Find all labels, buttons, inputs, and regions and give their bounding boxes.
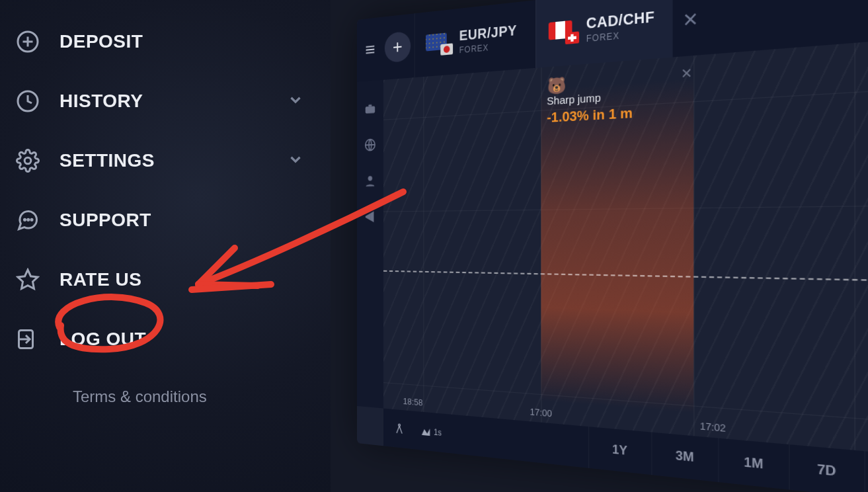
range-7d[interactable]: 7D xyxy=(789,444,864,492)
menu-item-log-out[interactable]: LOG OUT xyxy=(12,309,331,369)
instrument-tab-eurjpy[interactable]: EUR/JPY FOREX xyxy=(414,0,536,77)
x-axis-label: 17:00 xyxy=(530,406,553,419)
range-1m[interactable]: 1M xyxy=(718,438,789,490)
svg-point-7 xyxy=(31,219,32,220)
clock-icon xyxy=(15,88,41,114)
hamburger-button[interactable] xyxy=(357,17,383,82)
svg-point-5 xyxy=(24,219,25,220)
trading-stage: + EUR/JPY FOREX CAD/CHF FOREX xyxy=(357,20,868,492)
menu-item-deposit[interactable]: DEPOSIT xyxy=(12,12,331,71)
svg-marker-8 xyxy=(18,270,38,289)
svg-point-19 xyxy=(368,176,372,181)
menu-label: SETTINGS xyxy=(59,150,155,171)
menu-item-history[interactable]: HISTORY xyxy=(12,71,331,131)
briefcase-icon[interactable] xyxy=(363,101,377,118)
range-1d[interactable]: 1D xyxy=(865,451,868,492)
menu-item-rate-us[interactable]: RATE US xyxy=(12,250,331,309)
svg-rect-16 xyxy=(366,106,375,114)
x-axis-label: 17:02 xyxy=(700,420,726,434)
svg-line-13 xyxy=(366,52,375,53)
menu-label: HISTORY xyxy=(59,91,143,112)
price-chart[interactable]: 🐻 Sharp jump -1.03% in 1 m 0.77502 0.775… xyxy=(383,29,868,466)
menu-label: LOG OUT xyxy=(59,329,146,350)
svg-rect-17 xyxy=(368,104,372,106)
tool-rail xyxy=(357,80,383,409)
instrument-tab-cadchf[interactable]: CAD/CHF FOREX xyxy=(535,0,672,68)
range-1y[interactable]: 1Y xyxy=(588,427,651,475)
compass-icon[interactable] xyxy=(394,422,405,435)
svg-point-6 xyxy=(28,219,29,220)
svg-line-23 xyxy=(397,426,399,433)
star-icon xyxy=(15,266,41,293)
svg-line-24 xyxy=(399,426,402,433)
signal-overlay xyxy=(541,79,693,413)
side-menu: DEPOSIT HISTORY SETTINGS SUPPORT RATE US xyxy=(0,0,331,492)
plus-circle-icon xyxy=(15,28,41,55)
megaphone-icon[interactable] xyxy=(363,209,377,225)
menu-item-support[interactable]: SUPPORT xyxy=(12,190,331,250)
person-icon[interactable] xyxy=(363,173,377,189)
x-axis-label: 18:58 xyxy=(403,396,423,408)
close-tab-button[interactable] xyxy=(673,0,709,57)
flag-pair-icon xyxy=(549,20,576,43)
menu-label: SUPPORT xyxy=(59,210,151,231)
logout-icon xyxy=(15,326,41,352)
menu-label: RATE US xyxy=(59,269,141,290)
candle-interval: 1s xyxy=(434,427,442,438)
svg-point-22 xyxy=(399,424,401,426)
flag-pair-icon xyxy=(426,32,450,54)
gear-icon xyxy=(15,147,41,174)
chevron-down-icon xyxy=(287,91,304,111)
candle-type-button[interactable]: 1s xyxy=(420,425,442,439)
chevron-down-icon xyxy=(287,151,304,171)
chat-icon xyxy=(15,207,41,233)
trading-panel: + EUR/JPY FOREX CAD/CHF FOREX xyxy=(357,0,868,492)
svg-line-12 xyxy=(366,50,375,50)
svg-point-4 xyxy=(24,157,31,164)
menu-item-settings[interactable]: SETTINGS xyxy=(12,131,331,190)
close-signal-button[interactable] xyxy=(680,67,693,83)
globe-icon[interactable] xyxy=(363,136,377,153)
svg-line-11 xyxy=(366,46,375,47)
signal-card: 🐻 Sharp jump -1.03% in 1 m xyxy=(547,73,633,126)
add-tab-button[interactable]: + xyxy=(385,31,411,63)
range-3m[interactable]: 3M xyxy=(651,432,718,482)
terms-link[interactable]: Terms & conditions xyxy=(73,388,331,406)
menu-label: DEPOSIT xyxy=(59,31,143,52)
